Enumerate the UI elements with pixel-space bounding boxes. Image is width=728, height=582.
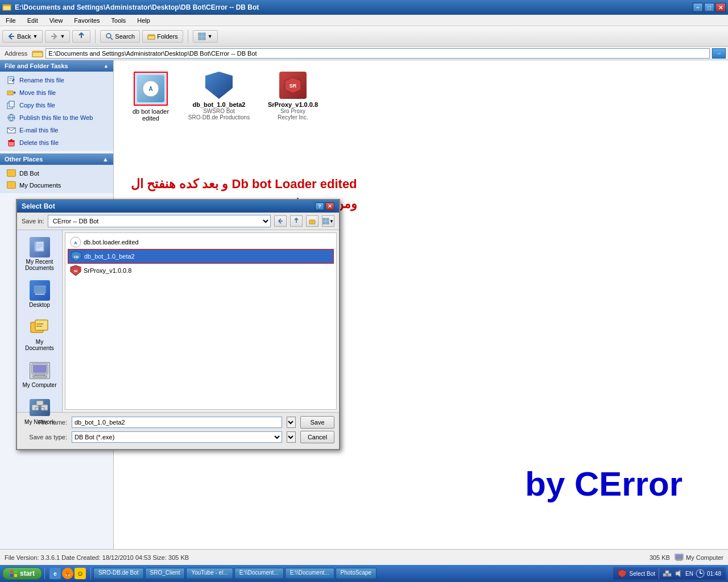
task-edocument1[interactable]: E:\\Document... <box>234 568 284 579</box>
tray-select-bot[interactable]: Select Bot <box>629 571 655 577</box>
views-button[interactable]: ▼ <box>193 30 218 43</box>
other-my-docs[interactable]: My Documents <box>0 179 113 191</box>
task-photoscope[interactable]: PhotoScape <box>336 568 377 579</box>
move-label: Move this file <box>19 89 56 96</box>
dialog-file-list[interactable]: A db.bot.loader.edited DB db_bot_1.0_bet… <box>65 232 337 410</box>
minimize-btn[interactable]: – <box>693 3 703 12</box>
file1-icon: A <box>137 75 164 102</box>
ie-icon[interactable]: e <box>49 568 61 579</box>
filename-dropdown[interactable] <box>287 417 296 428</box>
filename-input[interactable] <box>72 417 282 428</box>
menu-file[interactable]: File <box>2 16 19 25</box>
menu-tools[interactable]: Tools <box>108 16 130 25</box>
menu-edit[interactable]: Edit <box>24 16 42 25</box>
dlg-file-3[interactable]: SR SrProxy_v1.0.0.8 <box>68 264 334 277</box>
save-in-label: Save in: <box>22 218 44 225</box>
dlg-up-btn[interactable] <box>290 215 303 227</box>
watermark: by CError <box>525 464 682 504</box>
file3-sub1: Sro Proxy <box>280 108 305 114</box>
firefox-icon[interactable]: 🦊 <box>62 568 73 579</box>
rename-task[interactable]: Rename this file <box>0 74 113 86</box>
dialog-close-btn[interactable]: ✕ <box>325 202 334 210</box>
address-go-btn[interactable]: → <box>712 48 726 59</box>
folders-button[interactable]: Folders <box>142 30 183 43</box>
task-sro-client[interactable]: SRO_Client <box>145 568 185 579</box>
email-task[interactable]: E-mail this file <box>0 124 113 136</box>
dlg-back-icon <box>277 218 284 225</box>
smiley-icon[interactable]: ☺ <box>75 568 86 579</box>
folder-small-icon-2 <box>7 181 16 189</box>
desktop-icon <box>30 280 50 301</box>
svg-rect-15 <box>7 91 13 95</box>
menu-favorites[interactable]: Favorites <box>71 16 103 25</box>
quick-launch: e 🦊 ☺ <box>47 568 88 579</box>
cancel-btn[interactable]: Cancel <box>300 431 334 443</box>
move-task[interactable]: Move this file <box>0 86 113 99</box>
start-button[interactable]: start <box>2 567 42 580</box>
copy-task[interactable]: Copy this file <box>0 99 113 111</box>
maximize-btn[interactable]: □ <box>704 3 714 12</box>
dlg-new-folder-btn[interactable]: + <box>306 215 318 227</box>
file-tasks-body: Rename this file Move this file Copy thi… <box>0 72 113 151</box>
file-item-1[interactable]: A db bot loader edited <box>125 72 176 122</box>
other-places-header[interactable]: Other Places ▲ <box>0 153 113 165</box>
publish-task[interactable]: Publish this file to the Web <box>0 111 113 124</box>
filename-label: File name: <box>22 419 67 426</box>
file-item-3[interactable]: SR SrProxy_v1.0.0.8 Sro Proxy Recyfer In… <box>262 72 324 120</box>
status-file-info: File Version: 3.3.6.1 Date Created: 18/1… <box>5 554 189 561</box>
save-in-select[interactable]: CError -- DB Bot <box>48 215 271 227</box>
svg-rect-36 <box>326 222 329 224</box>
tray-sep <box>659 568 659 579</box>
taskbar-sep-2 <box>90 568 91 579</box>
search-button[interactable]: Search <box>100 30 140 43</box>
svg-rect-6 <box>198 33 201 36</box>
task-youtube[interactable]: YouTube - el... <box>186 568 233 579</box>
recent-docs-label: My Recent Documents <box>22 259 57 271</box>
close-btn[interactable]: ✕ <box>715 3 726 12</box>
svg-text:+: + <box>311 220 313 223</box>
svg-text:SR: SR <box>289 83 297 89</box>
svg-rect-55 <box>36 401 43 405</box>
task-edocument2[interactable]: E:\\Document... <box>285 568 334 579</box>
publish-icon <box>7 113 16 122</box>
toolbar-sep-2 <box>188 30 188 43</box>
nav-my-computer[interactable]: My Computer <box>20 358 60 390</box>
dlg-views-btn[interactable]: ▼ <box>322 215 334 227</box>
menu-help[interactable]: Help <box>134 16 154 25</box>
save-btn[interactable]: Save <box>300 416 334 429</box>
dlg-back-btn[interactable] <box>274 215 287 227</box>
explorer-icon <box>2 3 11 12</box>
file3-sub2: Recyfer Inc. <box>278 114 308 120</box>
nav-recent-docs[interactable]: My Recent Documents <box>20 235 60 273</box>
other-db-bot[interactable]: DB Bot <box>0 167 113 179</box>
forward-button[interactable]: ▼ <box>45 30 70 43</box>
dlg-file2-name: db_bot_1.0_beta2 <box>84 253 135 260</box>
svg-text:A: A <box>74 240 77 246</box>
file-tasks-header[interactable]: File and Folder Tasks ▲ <box>0 60 113 72</box>
savetype-dropdown[interactable] <box>287 431 296 443</box>
svg-rect-34 <box>326 218 329 221</box>
menu-view[interactable]: View <box>46 16 67 25</box>
address-input[interactable] <box>46 48 710 59</box>
dialog-select-bot: Select Bot ? ✕ Save in: CError -- DB Bot <box>16 199 340 450</box>
svg-text:SR: SR <box>74 269 78 273</box>
savetype-select[interactable]: DB Bot (*.exe) <box>72 431 282 443</box>
back-arrow: ▼ <box>32 34 38 39</box>
nav-desktop[interactable]: Desktop <box>20 278 60 310</box>
dlg-file-1[interactable]: A db.bot.loader.edited <box>68 235 334 249</box>
desktop-label: Desktop <box>29 302 50 308</box>
dlg-file-2[interactable]: DB db_bot_1.0_beta2 <box>68 249 334 264</box>
file-item-2[interactable]: db_bot_1.0_beta2 SWSRO Bot SRO-DB.de Pro… <box>188 72 250 120</box>
address-bar: Address → <box>0 47 728 60</box>
my-computer-status: My Computer <box>675 554 723 562</box>
dialog-help-btn[interactable]: ? <box>315 202 324 210</box>
address-label: Address <box>2 50 30 57</box>
delete-task[interactable]: Delete this file <box>0 136 113 149</box>
task-sro-bot[interactable]: SRO-DB.de Bot <box>93 568 144 579</box>
srproxy-icon: SR <box>284 76 302 94</box>
tray-shield-icon <box>618 569 627 578</box>
taskbar-sep-1 <box>44 568 45 579</box>
nav-my-docs[interactable]: My Documents <box>20 315 60 354</box>
back-button[interactable]: Back ▼ <box>2 30 43 43</box>
up-button[interactable] <box>72 30 90 43</box>
